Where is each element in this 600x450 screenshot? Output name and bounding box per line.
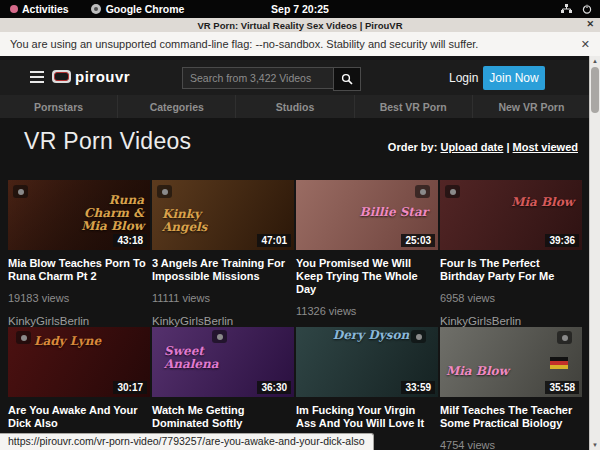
logo-text: pirouvr — [75, 68, 130, 85]
duration-badge: 25:03 — [401, 234, 435, 247]
duration-badge: 35:58 — [545, 381, 579, 394]
screen: Activities Google Chrome Sep 7 20:25 VR … — [0, 0, 600, 450]
thumbnail-overlay-title: Dery Dyson — [326, 329, 416, 342]
video-title[interactable]: Are You Awake And Your Dick Also — [8, 404, 150, 430]
studio-link[interactable]: KinkyGirlsBerlin — [152, 315, 294, 327]
activities-button[interactable]: Activities — [10, 3, 69, 15]
chrome-icon — [91, 4, 101, 14]
status-bar-url: https://pirouvr.com/vr-porn-video/779325… — [0, 433, 374, 450]
thumbnail-overlay-title: Sweet Analena — [164, 345, 250, 371]
scrollbar-thumb[interactable] — [591, 67, 599, 113]
window-title: VR Porn: Virtual Reality Sex Videos | Pi… — [197, 20, 402, 31]
video-card[interactable]: Dery Dyson 33:59 Im Fucking Your Virgin … — [296, 327, 438, 450]
search-input[interactable] — [182, 67, 333, 89]
video-card[interactable]: Kinky Angels 47:01 3 Angels Are Training… — [152, 180, 294, 325]
scroll-up-icon[interactable]: ▲ — [590, 56, 600, 66]
warning-message: You are using an unsupported command-lin… — [10, 38, 478, 50]
activities-icon — [10, 5, 18, 13]
vr-headset-icon — [52, 70, 71, 83]
video-thumbnail[interactable]: Runa Charm & Mia Blow 43:18 — [8, 180, 150, 250]
video-card[interactable]: Mia Blow 39:36 Four Is The Perfect Birth… — [440, 180, 582, 325]
studio-watermark-icon — [212, 330, 227, 343]
duration-badge: 39:36 — [545, 234, 579, 247]
video-title[interactable]: Watch Me Getting Dominated Softly — [152, 404, 294, 430]
app-menu-label: Google Chrome — [106, 3, 185, 15]
scrollbar[interactable]: ▲ ▼ — [589, 56, 600, 450]
browser-viewport: pirouvr Login Join Now Pornstars Categor… — [0, 56, 600, 450]
thumbnail-overlay-title: Kinky Angels — [162, 208, 240, 234]
app-menu-button[interactable]: Google Chrome — [91, 3, 185, 15]
window-title-bar: VR Porn: Virtual Reality Sex Videos | Pi… — [0, 18, 600, 33]
studio-watermark-icon — [157, 185, 172, 198]
search-icon — [341, 73, 353, 85]
nav-item-best-vr-porn[interactable]: Best VR Porn — [355, 95, 473, 118]
order-link-most-viewed[interactable]: Most viewed — [513, 141, 578, 153]
video-title[interactable]: Mia Blow Teaches Porn To Runa Charm Pt 2 — [8, 257, 150, 283]
video-title[interactable]: Four Is The Perfect Birthday Party For M… — [440, 257, 582, 283]
warning-close-icon[interactable]: ✕ — [581, 38, 590, 51]
studio-link[interactable]: KinkyGirlsBerlin — [8, 315, 150, 327]
video-card[interactable]: Billie Star 25:03 You Promised We Will K… — [296, 180, 438, 325]
thumbnail-overlay-title: Runa Charm & Mia Blow — [72, 194, 144, 233]
activities-label: Activities — [22, 3, 69, 15]
order-link-upload-date[interactable]: Upload date — [440, 141, 503, 153]
view-count: 4754 views — [440, 439, 582, 450]
studio-link[interactable]: KinkyGirlsBerlin — [440, 315, 582, 327]
duration-badge: 47:01 — [257, 234, 291, 247]
thumbnail-overlay-title: Lady Lyne — [34, 335, 106, 348]
video-title[interactable]: You Promised We Will Keep Trying The Who… — [296, 257, 438, 296]
duration-badge: 33:59 — [401, 381, 435, 394]
video-thumbnail[interactable]: Mia Blow 39:36 — [440, 180, 582, 250]
thumbnail-overlay-title: Mia Blow — [510, 196, 574, 209]
view-count: 11326 views — [296, 305, 438, 317]
join-now-button[interactable]: Join Now — [483, 66, 545, 90]
window-close-icon[interactable]: ✕ — [586, 19, 594, 29]
search-button[interactable] — [333, 67, 361, 91]
warning-bar: You are using an unsupported command-lin… — [0, 32, 600, 57]
video-thumbnail[interactable]: Lady Lyne 30:17 — [8, 327, 150, 397]
duration-badge: 36:30 — [257, 381, 291, 394]
video-title[interactable]: Milf Teaches The Teacher Some Practical … — [440, 404, 582, 430]
power-icon[interactable] — [582, 4, 592, 14]
video-title[interactable]: 3 Angels Are Training For Impossible Mis… — [152, 257, 294, 283]
video-title[interactable]: Im Fucking Your Virgin Ass And You Will … — [296, 404, 438, 430]
duration-badge: 30:17 — [113, 381, 147, 394]
video-card[interactable]: Mia Blow 35:58 Milf Teaches The Teacher … — [440, 327, 582, 450]
site-logo[interactable]: pirouvr — [52, 68, 130, 85]
video-thumbnail[interactable]: Kinky Angels 47:01 — [152, 180, 294, 250]
view-count: 11111 views — [152, 292, 294, 304]
video-card[interactable]: Runa Charm & Mia Blow 43:18 Mia Blow Tea… — [8, 180, 150, 325]
login-link[interactable]: Login — [449, 71, 478, 85]
studio-watermark-icon — [16, 331, 31, 344]
view-count: 6958 views — [440, 292, 582, 304]
order-by-label: Order by: — [388, 141, 438, 153]
scroll-down-icon[interactable]: ▼ — [590, 440, 600, 450]
studio-watermark-icon — [445, 185, 460, 198]
video-thumbnail[interactable]: Dery Dyson 33:59 — [296, 327, 438, 397]
video-grid: Runa Charm & Mia Blow 43:18 Mia Blow Tea… — [8, 180, 582, 450]
nav-item-studios[interactable]: Studios — [236, 95, 354, 118]
video-card[interactable]: Sweet Analena 36:30 Watch Me Getting Dom… — [152, 327, 294, 450]
video-card[interactable]: Lady Lyne 30:17 Are You Awake And Your D… — [8, 327, 150, 450]
nav-item-categories[interactable]: Categories — [118, 95, 236, 118]
german-flag-icon — [550, 357, 568, 369]
studio-watermark-icon — [415, 185, 430, 198]
network-icon[interactable] — [561, 4, 572, 14]
studio-watermark-icon — [13, 185, 28, 198]
duration-badge: 43:18 — [113, 234, 147, 247]
video-thumbnail[interactable]: Mia Blow 35:58 — [440, 327, 582, 397]
thumbnail-overlay-title: Mia Blow — [446, 365, 538, 378]
view-count: 19183 views — [8, 292, 150, 304]
nav-item-pornstars[interactable]: Pornstars — [0, 95, 118, 118]
page-title: VR Porn Videos — [24, 128, 191, 155]
video-thumbnail[interactable]: Sweet Analena 36:30 — [152, 327, 294, 397]
order-by: Order by: Upload date | Most viewed — [388, 141, 578, 153]
video-thumbnail[interactable]: Billie Star 25:03 — [296, 180, 438, 250]
site-header: pirouvr Login Join Now — [0, 60, 590, 95]
studio-watermark-icon — [557, 331, 572, 344]
main-nav: Pornstars Categories Studios Best VR Por… — [0, 95, 590, 118]
thumbnail-overlay-title: Billie Star — [356, 206, 428, 219]
nav-item-new-vr-porn[interactable]: New VR Porn — [473, 95, 590, 118]
system-bar: Activities Google Chrome Sep 7 20:25 — [0, 0, 600, 18]
menu-icon[interactable] — [30, 71, 44, 83]
